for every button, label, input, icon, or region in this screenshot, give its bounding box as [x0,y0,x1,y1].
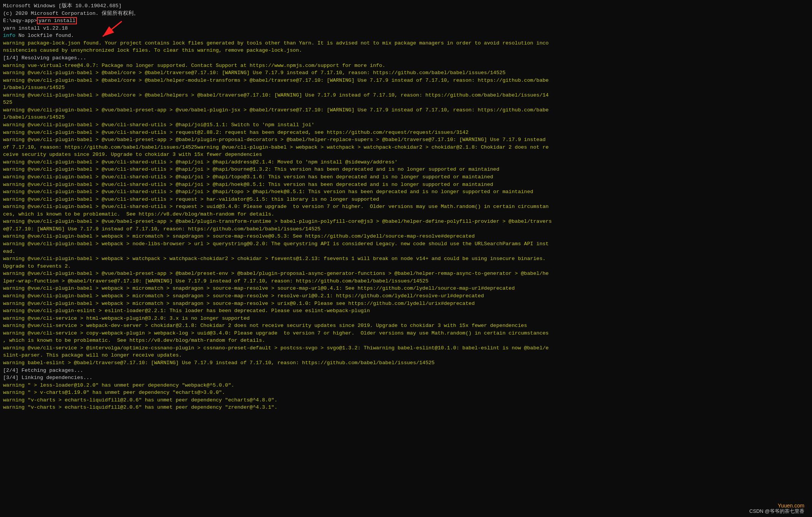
terminal-line: Upgrade to fsevents 2. [3,263,809,270]
terminal-line: warning @vue/cli-plugin-babel > @vue/cli… [3,188,809,196]
terminal-line: warning @vue/cli-plugin-babel > @vue/bab… [3,270,809,278]
terminal-line: warning @vue/cli-plugin-babel > webpack … [3,292,809,300]
terminal-line: warning @vue/cli-plugin-babel > @babel/c… [3,92,809,99]
terminal-line: , which is known to be problematic. See … [3,337,809,344]
terminal-line: lper-wrap-function > @babel/traverse@7.1… [3,278,809,285]
terminal-line: warning vue-virtual-tree@4.0.7: Package … [3,62,809,70]
terminal-line: warning @vue/cli-plugin-babel > @vue/bab… [3,106,809,114]
terminal-line: [2/4] Fetching packages... [3,367,809,374]
terminal-line: warning "v-charts > echarts-liquidfill@2… [3,396,809,404]
terminal-line: nsistencies caused by unsynchronized loc… [3,47,809,54]
terminal-line: Microsoft Windows [版本 10.0.19042.685] [3,2,809,10]
terminal-line: warning babel-eslint > @babel/traverse@7… [3,359,809,367]
terminal-line: 525 [3,99,809,106]
terminal-line: warning @vue/cli-plugin-babel > @vue/bab… [3,218,809,225]
terminal-line: warning @vue/cli-plugin-babel > webpack … [3,300,809,308]
terminal-line: warning @vue/cli-service > html-webpack-… [3,315,809,322]
terminal-line: warning @vue/cli-plugin-babel > webpack … [3,285,809,292]
terminal-line: warning @vue/cli-plugin-babel > webpack … [3,233,809,240]
watermark-csdn: CSDN @爷爷的茶七里香 [749,508,804,515]
terminal-line: l/babel/issues/14525 [3,84,809,92]
terminal-line: warning " > less-loader@10.2.0" has unme… [3,382,809,389]
terminal-line: warning @vue/cli-plugin-babel > @vue/cli… [3,159,809,166]
terminal-line: [1/4] Resolving packages... [3,54,809,62]
terminal-output: Microsoft Windows [版本 10.0.19042.685](c)… [3,2,809,411]
terminal-line: warning @vue/cli-service > webpack-dev-s… [3,322,809,330]
terminal-line: warning @vue/cli-plugin-babel > @vue/cli… [3,173,809,181]
terminal-line: warning @vue/cli-service > @intervolga/o… [3,344,809,352]
terminal-window: Microsoft Windows [版本 10.0.19042.685](c)… [0,0,812,517]
terminal-line: warning @vue/cli-plugin-babel > @vue/bab… [3,136,809,144]
terminal-line: warning @vue/cli-plugin-babel > webpack … [3,240,809,248]
terminal-line: slint-parser. This package will no longe… [3,352,809,359]
terminal-line: warning "v-charts > echarts-liquidfill@2… [3,404,809,411]
terminal-line: warning " > v-charts@1.19.0" has unmet p… [3,389,809,396]
terminal-line: ead. [3,248,809,255]
svg-line-1 [103,21,122,36]
terminal-line: warning @vue/cli-plugin-babel > @vue/cli… [3,181,809,189]
terminal-line: e@7.17.10: [WARNING] Use 7.17.9 instead … [3,225,809,233]
terminal-line: warning @vue/cli-plugin-babel > @babel/c… [3,77,809,84]
terminal-line: warning @vue/cli-plugin-babel > @vue/cli… [3,203,809,211]
terminal-line: warning @vue/cli-plugin-babel > @babel/c… [3,69,809,77]
terminal-line: warning @vue/cli-plugin-babel > @vue/cli… [3,166,809,173]
terminal-line: (c) 2020 Microsoft Corporation. 保留所有权利。 [3,10,809,17]
terminal-line: warning @vue/cli-plugin-eslint > eslint-… [3,307,809,315]
terminal-line: warning @vue/cli-plugin-babel > @vue/cli… [3,196,809,203]
terminal-line: ces, which is known to be problematic. S… [3,211,809,218]
terminal-line: warning @vue/cli-plugin-babel > @vue/cli… [3,129,809,136]
terminal-line: warning @vue/cli-plugin-babel > @vue/cli… [3,121,809,129]
terminal-line: ceive security updates since 2019. Upgra… [3,151,809,159]
terminal-line: warning package-lock.json found. Your pr… [3,40,809,47]
terminal-line: warning @vue/cli-service > copy-webpack-… [3,330,809,337]
arrow-indicator [99,17,129,40]
terminal-line: [3/4] Linking dependencies... [3,374,809,382]
terminal-line: warning @vue/cli-plugin-babel > webpack … [3,255,809,263]
terminal-line: of 7.17.10, reason: https://github.com/b… [3,144,809,151]
terminal-line: l/babel/issues/14525 [3,114,809,121]
